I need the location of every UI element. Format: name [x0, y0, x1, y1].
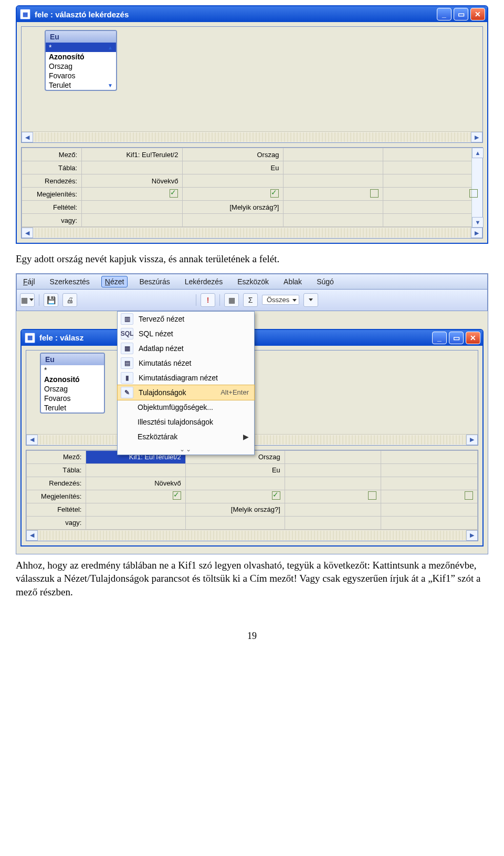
field-azonosito[interactable]: Azonositó	[41, 375, 104, 384]
menu-sugo[interactable]: Súgó	[313, 276, 337, 287]
checkbox-icon[interactable]	[173, 491, 181, 500]
relationship-pane[interactable]: Eu *▲ Azonosító Orszag Fovaros Terulet▼ …	[21, 26, 483, 143]
scroll-right-icon[interactable]: ▶	[466, 435, 478, 445]
sql-view-icon: SQL	[121, 328, 133, 339]
row-label-megj: Megjelenítés:	[22, 188, 82, 201]
close-button[interactable]: ✕	[466, 332, 480, 344]
cell-tabla-c2[interactable]: Eu	[185, 463, 285, 477]
table-field-list[interactable]: Eu *▲ Azonosító Orszag Fovaros Terulet▼	[45, 30, 117, 91]
scroll-left-icon[interactable]: ◀	[26, 530, 38, 541]
menu-szerkesztes[interactable]: Szerkesztés	[47, 276, 93, 287]
h-scroll[interactable]: ◀ ▶	[22, 131, 482, 142]
minimize-button[interactable]: _	[432, 332, 447, 344]
field-star[interactable]: *	[41, 365, 104, 375]
menu-eszkozok[interactable]: Eszközök	[234, 276, 272, 287]
chevron-down-icon: ⌄⌄	[180, 446, 192, 453]
checkbox-icon[interactable]	[465, 491, 473, 500]
cell-rend-c1[interactable]: Növekvő	[86, 477, 185, 490]
cell-felt-c2[interactable]: [Melyik ország?]	[185, 503, 285, 516]
top-values-dropdown[interactable]: Összes	[262, 295, 299, 305]
cell-rend-c1[interactable]: Növekvő	[82, 174, 183, 188]
maximize-button[interactable]: ▭	[454, 8, 468, 20]
run-button[interactable]: !	[201, 293, 215, 307]
view-dropdown-button[interactable]: ▦	[20, 293, 35, 307]
cell-mezo-c2[interactable]: Orszag	[183, 148, 284, 161]
checkbox-icon[interactable]	[368, 491, 376, 500]
grid-h-scroll[interactable]: ◀ ▶	[22, 227, 482, 238]
toolbar: ▦ 💾 🖨 ! ▦ Σ Összes	[16, 290, 488, 311]
datasheet-view-icon: ▦	[121, 343, 133, 354]
field-orszag[interactable]: Orszag	[46, 61, 116, 71]
chevron-right-icon: ▶	[243, 432, 249, 441]
row-label-rendezes: Rendezés:	[27, 477, 86, 490]
menu-item-kimutatasdiagram[interactable]: ▮ Kimutatásdiagram nézet	[118, 370, 254, 385]
field-fovaros[interactable]: Fovaros	[46, 71, 116, 80]
scroll-right-icon[interactable]: ▶	[471, 228, 482, 238]
menu-nezet[interactable]: NézetNézet	[101, 276, 128, 287]
pivotchart-view-icon: ▮	[121, 372, 133, 384]
cell-show-c2[interactable]	[183, 188, 284, 201]
cell-tabla-c2[interactable]: Eu	[183, 161, 284, 174]
table-title: Eu	[41, 354, 104, 365]
table-field-list[interactable]: Eu * Azonositó Orszag Fovaros Terulet	[40, 353, 105, 414]
show-table-button[interactable]: ▦	[224, 293, 239, 307]
menu-fajl[interactable]: FFájlájl	[20, 276, 38, 287]
menu-beszuras[interactable]: Beszúrás	[136, 276, 173, 287]
cell-mezo-c1[interactable]: Kif1: Eu!Terulet/2	[82, 148, 183, 161]
menu-ablak[interactable]: Ablak	[280, 276, 305, 287]
field-star[interactable]: *▲	[46, 43, 116, 52]
checkbox-icon[interactable]	[272, 491, 280, 500]
field-orszag[interactable]: Orszag	[41, 384, 104, 394]
checkbox-icon[interactable]	[469, 189, 478, 198]
menu-item-objektumfuggosegek[interactable]: Objektumfüggőségek...	[118, 400, 254, 415]
grid-h-scroll[interactable]: ◀ ▶	[26, 530, 478, 541]
scroll-up-icon[interactable]: ▲	[108, 45, 113, 50]
minimize-button[interactable]: _	[437, 8, 452, 20]
grid-scroll-down-icon[interactable]: ▼	[472, 217, 484, 228]
menu-item-tervezo[interactable]: ▥ Tervező nézet	[118, 312, 254, 326]
cell-tabla-c1[interactable]	[82, 161, 183, 174]
cell-show-c1[interactable]	[82, 188, 183, 201]
scroll-left-icon[interactable]: ◀	[26, 435, 38, 445]
menu-item-tulajdonsagok[interactable]: ✎ Tulajdonságok Alt+Enter	[117, 385, 255, 400]
scroll-left-icon[interactable]: ◀	[22, 132, 33, 142]
row-label-feltetel: Feltétel:	[27, 503, 86, 516]
cell-mezo-c3[interactable]	[284, 148, 383, 161]
more-button[interactable]	[303, 293, 318, 307]
checkbox-icon[interactable]	[170, 189, 178, 198]
cell-felt-c2[interactable]: [Melyik ország?]	[183, 201, 284, 214]
scroll-right-icon[interactable]: ▶	[471, 132, 482, 142]
cell-mezo-c4[interactable]	[383, 148, 482, 161]
print-button[interactable]: 🖨	[62, 293, 77, 307]
maximize-button[interactable]: ▭	[449, 332, 464, 344]
field-fovaros[interactable]: Fovaros	[41, 394, 104, 403]
field-terulet[interactable]: Terulet	[41, 403, 104, 412]
field-terulet[interactable]: Terulet▼	[46, 80, 116, 90]
scroll-down-icon[interactable]: ▼	[108, 82, 113, 88]
grid-scroll-up-icon[interactable]: ▲	[472, 148, 484, 158]
field-azonosito[interactable]: Azonosító	[46, 52, 116, 61]
cell-show-c3[interactable]	[284, 188, 383, 201]
menu-lekerdezes[interactable]: Lekérdezés	[182, 276, 226, 287]
separator	[39, 294, 39, 306]
save-button[interactable]: 💾	[44, 293, 58, 307]
menu-item-illesztesi[interactable]: Illesztési tulajdonságok	[118, 415, 254, 429]
design-view-icon: ▥	[121, 313, 133, 325]
query-grid: ▲ ▼ Mező: Kif1: Eu!Terulet/2 Orszag Tábl…	[21, 147, 483, 239]
menu-item-adatlap[interactable]: ▦ Adatlap nézet	[118, 341, 254, 356]
close-button[interactable]: ✕	[470, 8, 485, 20]
checkbox-icon[interactable]	[270, 189, 279, 198]
menu-item-kimutatas[interactable]: ▤ Kimutatás nézet	[118, 356, 254, 370]
scroll-left-icon[interactable]: ◀	[22, 228, 33, 238]
cell-show-c4[interactable]	[383, 188, 482, 201]
separator	[196, 294, 196, 306]
scroll-track[interactable]	[33, 132, 471, 142]
menu-expand[interactable]: ⌄⌄	[118, 444, 254, 455]
menu-item-sql[interactable]: SQL SQL nézet	[118, 326, 254, 341]
checkbox-icon[interactable]	[370, 189, 379, 198]
row-label-mezo: Mező:	[22, 148, 82, 161]
totals-button[interactable]: Σ	[243, 293, 258, 307]
scroll-right-icon[interactable]: ▶	[466, 530, 478, 541]
menu-item-eszkoztarak[interactable]: Eszköztárak ▶	[118, 429, 254, 444]
paragraph-2: Ahhoz, hogy az eredmény táblában ne a Ki…	[16, 559, 488, 599]
